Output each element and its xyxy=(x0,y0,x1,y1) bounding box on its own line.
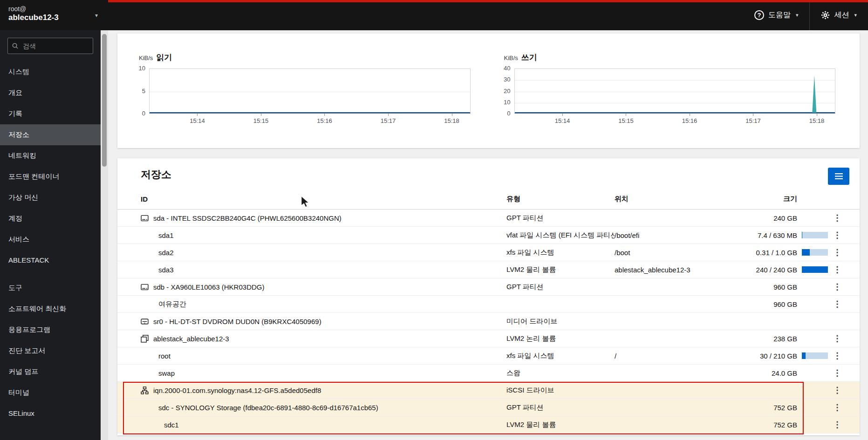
sidebar-item-storage[interactable]: 저장소 xyxy=(0,124,101,145)
chart-plot-area xyxy=(514,68,836,114)
row-id: sdc - SYNOLOGY Storage (fdbea20c-6891-48… xyxy=(158,404,378,412)
help-menu-button[interactable]: ? 도움말 ▾ xyxy=(743,0,810,30)
row-size: 7.4 / 630 MB xyxy=(714,231,797,239)
row-id: root xyxy=(158,352,171,360)
x-tick-label: 15:16 xyxy=(317,117,332,124)
sidebar-item-tools[interactable]: 도구 xyxy=(0,278,101,298)
row-actions-kebab-button[interactable]: ⋮ xyxy=(829,401,845,413)
sidebar-item-ablestack[interactable]: ABLESTACK xyxy=(0,250,101,270)
table-row[interactable]: sdb - XA960LE10063 (HKR03DDG)GPT 파티션960 … xyxy=(117,278,860,296)
row-type: LVM2 물리 볼륨 xyxy=(506,265,615,274)
row-actions-kebab-button[interactable]: ⋮ xyxy=(829,350,845,362)
table-row[interactable]: sdc - SYNOLOGY Storage (fdbea20c-6891-48… xyxy=(117,399,860,416)
x-tick-label: 15:14 xyxy=(555,117,570,124)
row-actions-kebab-button[interactable]: ⋮ xyxy=(829,298,845,310)
gridline xyxy=(515,103,835,103)
table-row[interactable]: swap스왑24.0 GB⋮ xyxy=(117,365,860,382)
chart-unit-label: KiB/s xyxy=(504,54,518,61)
row-location: ablestack_ablecube12-3 xyxy=(615,266,714,274)
usage-bar xyxy=(802,232,828,238)
masthead-host: ablecube12-3 xyxy=(8,13,100,22)
sidebar-item-overview[interactable]: 개요 xyxy=(0,82,101,103)
sidebar-item-services[interactable]: 서비스 xyxy=(0,229,101,250)
row-id: sda2 xyxy=(158,249,174,257)
row-actions-kebab-button[interactable]: ⋮ xyxy=(829,264,845,276)
x-tick-label: 15:15 xyxy=(253,117,269,124)
sidebar-scrollbar[interactable] xyxy=(101,30,108,440)
row-actions-kebab-button[interactable]: ⋮ xyxy=(829,229,845,241)
table-row[interactable]: 여유공간960 GB⋮ xyxy=(117,296,860,313)
table-row[interactable]: rootxfs 파일 시스템/30 / 210 GB⋮ xyxy=(117,347,860,365)
table-row[interactable]: ablestack_ablecube12-3LVM2 논리 볼륨238 GB⋮ xyxy=(117,330,860,347)
x-tick-label: 15:18 xyxy=(444,117,459,124)
row-id: sda3 xyxy=(158,266,174,274)
sidebar-item-reports[interactable]: 진단 보고서 xyxy=(0,340,101,361)
sidebar-item-selinux[interactable]: SELinux xyxy=(0,403,101,423)
row-actions-kebab-button[interactable]: ⋮ xyxy=(829,367,845,379)
column-header: 위치 xyxy=(615,195,714,203)
x-tick xyxy=(388,114,389,116)
help-label: 도움말 xyxy=(768,10,791,20)
row-id: swap xyxy=(158,369,175,377)
row-size: 0.31 / 1.0 GB xyxy=(714,249,797,257)
accent-bar xyxy=(108,0,868,2)
row-type: 스왑 xyxy=(506,369,615,378)
usage-bar xyxy=(802,266,828,273)
chevron-down-icon: ▾ xyxy=(854,12,857,18)
table-row[interactable]: sda - INTEL SSDSC2BB240G4C (PHWL625600B3… xyxy=(117,210,860,227)
search-input[interactable] xyxy=(7,38,93,54)
table-menu-button[interactable] xyxy=(828,168,849,185)
write-chart: KiB/s쓰기01020304015:1415:1515:1615:1715:1… xyxy=(497,52,836,148)
row-actions-kebab-button[interactable]: ⋮ xyxy=(829,212,845,224)
sidebar-item-kdump[interactable]: 커널 덤프 xyxy=(0,361,101,382)
session-menu-button[interactable]: 세션 ▾ xyxy=(809,0,868,30)
cockpit-window: root@ ablecube12-3 ▾ ? 도움말 ▾ 세션 ▾ 시스템개 xyxy=(0,0,868,440)
row-size: 960 GB xyxy=(714,300,797,308)
row-actions-kebab-button[interactable]: ⋮ xyxy=(829,281,845,293)
row-actions-kebab-button[interactable]: ⋮ xyxy=(829,384,845,396)
table-row[interactable]: sda3LVM2 물리 볼륨ablestack_ablecube12-3240 … xyxy=(117,261,860,278)
x-tick-label: 15:16 xyxy=(682,117,697,124)
host-switcher[interactable]: root@ ablecube12-3 ▾ xyxy=(0,0,108,30)
x-tick-label: 15:17 xyxy=(381,117,396,124)
sidebar-item-accounts[interactable]: 계정 xyxy=(0,208,101,229)
volume-group-icon xyxy=(141,335,149,343)
iscsi-icon xyxy=(141,386,149,394)
chart-title: 읽기 xyxy=(156,52,172,63)
usage-bar xyxy=(802,249,828,256)
sidebar-item-system[interactable]: 시스템 xyxy=(0,61,101,82)
sidebar-item-networking[interactable]: 네트워킹 xyxy=(0,145,101,166)
row-type: xfs 파일 시스템 xyxy=(506,352,615,360)
scrollbar-thumb[interactable] xyxy=(102,34,107,167)
row-actions-kebab-button[interactable]: ⋮ xyxy=(829,246,845,258)
row-size: 960 GB xyxy=(714,283,797,291)
row-type: vfat 파일 시스템 (EFI 시스템 파티션) xyxy=(506,231,615,240)
row-size: 752 GB xyxy=(714,421,797,429)
sidebar-item-terminal[interactable]: 터미널 xyxy=(0,382,101,403)
table-row[interactable]: sdc1LVM2 물리 볼륨752 GB⋮ xyxy=(117,416,860,433)
main-content: KiB/s읽기051015:1415:1515:1615:1715:18KiB/… xyxy=(108,30,868,440)
table-row[interactable]: sda2xfs 파일 시스템/boot0.31 / 1.0 GB⋮ xyxy=(117,244,860,261)
storage-panel: 저장소 ID유형위치크기sda - INTEL SSDSC2BB240G4C (… xyxy=(117,158,860,435)
row-id: 여유공간 xyxy=(158,300,186,309)
table-row[interactable]: iqn.2000-01.com.synology:nas4.12-GFS.a5d… xyxy=(117,382,860,399)
sidebar-item-logs[interactable]: 기록 xyxy=(0,103,101,124)
table-row[interactable]: sda1vfat 파일 시스템 (EFI 시스템 파티션)/boot/efi7.… xyxy=(117,227,860,244)
row-type: GPT 파티션 xyxy=(506,214,615,223)
table-row[interactable]: sr0 - HL-DT-ST DVDROM DUD0N (B9KRXC40509… xyxy=(117,313,860,330)
sidebar-item-machines[interactable]: 가상 머신 xyxy=(0,187,101,208)
optical-drive-icon xyxy=(141,318,149,325)
row-actions-kebab-button[interactable]: ⋮ xyxy=(829,332,845,345)
sidebar-item-applications[interactable]: 응용프로그램 xyxy=(0,319,101,340)
x-tick xyxy=(690,114,690,116)
row-id: iqn.2000-01.com.synology:nas4.12-GFS.a5d… xyxy=(153,386,321,394)
search-icon xyxy=(12,42,19,49)
sidebar-item-podman[interactable]: 포드맨 컨테이너 xyxy=(0,166,101,187)
sidebar-item-updates[interactable]: 소프트웨어 최신화 xyxy=(0,298,101,319)
row-actions-kebab-button[interactable]: ⋮ xyxy=(829,419,845,431)
gridline xyxy=(150,92,470,92)
gridline xyxy=(515,92,835,92)
row-type: iSCSI 드라이브 xyxy=(506,386,615,395)
row-size: 752 GB xyxy=(714,404,797,412)
x-tick-label: 15:14 xyxy=(190,117,205,124)
